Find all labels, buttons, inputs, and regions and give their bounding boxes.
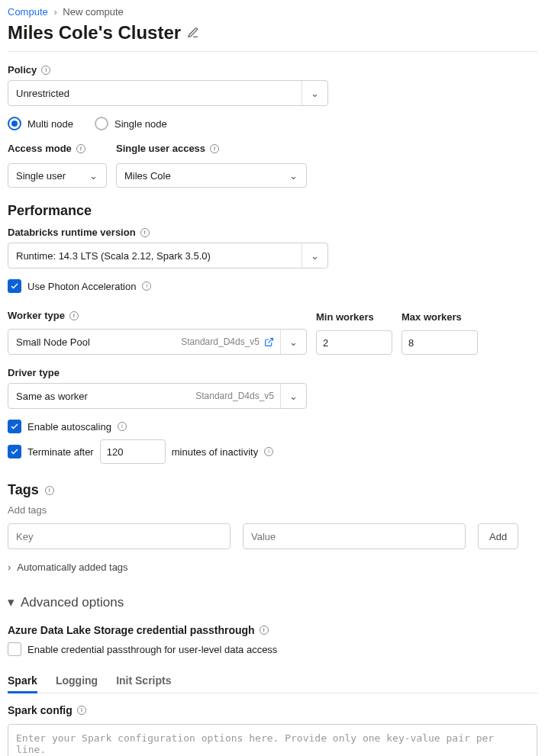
access-mode-value: Single user xyxy=(16,170,66,182)
tab-logging[interactable]: Logging xyxy=(56,668,98,693)
chevron-right-icon: › xyxy=(8,561,11,573)
driver-type-sku: Standard_D4ds_v5 xyxy=(195,391,279,401)
worker-type-name: Small Node Pool xyxy=(16,336,90,348)
info-icon[interactable]: i xyxy=(69,311,79,320)
radio-single-node[interactable]: Single node xyxy=(95,117,167,130)
page-title: Miles Cole's Cluster xyxy=(8,22,181,43)
terminate-suffix: minutes of inactivity xyxy=(172,446,258,458)
chevron-right-icon: › xyxy=(53,6,56,18)
tab-spark[interactable]: Spark xyxy=(8,668,37,693)
divider xyxy=(8,51,537,52)
runtime-label-text: Databricks runtime version xyxy=(8,227,136,238)
autoscale-label: Enable autoscaling xyxy=(27,421,111,433)
driver-type-label-text: Driver type xyxy=(8,367,60,378)
chevron-down-icon: ⌄ xyxy=(80,164,106,187)
worker-type-label: Worker type i xyxy=(8,310,307,321)
auto-tags-label: Automatically added tags xyxy=(17,561,127,573)
access-mode-label: Access mode i xyxy=(8,143,107,154)
svg-line-0 xyxy=(268,338,272,343)
edit-icon[interactable] xyxy=(187,27,199,39)
single-user-value: Miles Cole xyxy=(124,170,171,182)
worker-type-sku: Standard_D4ds_v5 xyxy=(181,336,279,347)
info-icon[interactable]: i xyxy=(140,228,150,237)
chevron-down-icon: ⌄ xyxy=(280,164,306,187)
breadcrumb: Compute › New compute xyxy=(8,6,537,18)
policy-select[interactable]: Unrestricted ⌄ xyxy=(8,80,328,106)
min-workers-input[interactable] xyxy=(316,330,392,355)
info-icon[interactable]: i xyxy=(142,281,151,291)
adls-passthrough-checkbox[interactable] xyxy=(8,642,21,656)
page-title-row: Miles Cole's Cluster xyxy=(8,22,537,43)
spark-config-label-text: Spark config xyxy=(8,704,73,716)
driver-type-name: Same as worker xyxy=(16,391,88,402)
adls-passthrough-label: Enable credential passthrough for user-l… xyxy=(27,644,277,655)
external-link-icon[interactable] xyxy=(264,337,274,347)
autoscale-checkbox[interactable] xyxy=(8,420,21,433)
driver-type-label: Driver type xyxy=(8,367,537,378)
runtime-version-label: Databricks runtime version i xyxy=(8,227,537,238)
info-icon[interactable]: i xyxy=(260,626,269,635)
tags-heading: Tags i xyxy=(8,482,537,498)
breadcrumb-root[interactable]: Compute xyxy=(8,6,48,18)
photon-checkbox[interactable] xyxy=(8,279,21,293)
policy-value: Unrestricted xyxy=(16,88,69,99)
driver-type-select[interactable]: Same as worker Standard_D4ds_v5 ⌄ xyxy=(8,383,307,409)
radio-icon xyxy=(95,117,108,130)
add-tag-button[interactable]: Add xyxy=(478,523,518,549)
chevron-down-icon: ▾ xyxy=(8,594,15,610)
info-icon[interactable]: i xyxy=(45,486,54,495)
radio-multi-label: Multi node xyxy=(27,118,73,130)
runtime-select[interactable]: Runtime: 14.3 LTS (Scala 2.12, Spark 3.5… xyxy=(8,243,328,269)
advanced-heading-text: Advanced options xyxy=(21,595,124,610)
info-icon[interactable]: i xyxy=(77,706,86,715)
breadcrumb-current: New compute xyxy=(63,6,123,18)
info-icon[interactable]: i xyxy=(118,422,127,431)
adls-heading-text: Azure Data Lake Storage credential passt… xyxy=(8,624,255,636)
spark-config-label: Spark config i xyxy=(8,704,537,716)
adls-heading: Azure Data Lake Storage credential passt… xyxy=(8,624,537,636)
chevron-down-icon: ⌄ xyxy=(280,330,306,354)
spark-config-textarea[interactable] xyxy=(8,724,537,756)
radio-icon xyxy=(8,117,21,130)
advanced-options-expander[interactable]: ▾ Advanced options xyxy=(8,594,537,610)
radio-multi-node[interactable]: Multi node xyxy=(8,117,73,130)
terminate-minutes-input[interactable] xyxy=(100,439,166,464)
worker-type-select[interactable]: Small Node Pool Standard_D4ds_v5 ⌄ xyxy=(8,329,307,355)
chevron-down-icon: ⌄ xyxy=(302,81,327,105)
performance-heading: Performance xyxy=(8,203,537,219)
terminate-checkbox[interactable] xyxy=(8,445,21,458)
info-icon[interactable]: i xyxy=(41,66,50,75)
add-tags-text: Add tags xyxy=(8,504,537,516)
policy-label: Policy i xyxy=(8,64,537,76)
node-mode-group: Multi node Single node xyxy=(8,117,537,130)
advanced-tabs: Spark Logging Init Scripts xyxy=(8,668,537,693)
terminate-label: Terminate after xyxy=(27,446,94,458)
single-user-label-text: Single user access xyxy=(116,143,205,154)
tag-value-input[interactable] xyxy=(243,523,466,549)
access-mode-select[interactable]: Single user ⌄ xyxy=(8,163,107,188)
chevron-down-icon: ⌄ xyxy=(302,243,327,268)
info-icon[interactable]: i xyxy=(264,447,273,456)
photon-label: Use Photon Acceleration xyxy=(27,281,136,292)
tab-init-scripts[interactable]: Init Scripts xyxy=(116,668,171,693)
worker-sku-text: Standard_D4ds_v5 xyxy=(181,336,260,347)
access-mode-label-text: Access mode xyxy=(8,143,72,154)
max-workers-input[interactable] xyxy=(401,330,478,355)
chevron-down-icon: ⌄ xyxy=(280,384,306,408)
single-user-label: Single user access i xyxy=(116,143,314,154)
info-icon[interactable]: i xyxy=(210,144,219,153)
worker-type-label-text: Worker type xyxy=(8,310,65,321)
info-icon[interactable]: i xyxy=(76,144,85,153)
max-workers-label: Max workers xyxy=(401,311,478,323)
tag-key-input[interactable] xyxy=(8,523,231,549)
radio-single-label: Single node xyxy=(114,118,167,130)
single-user-select[interactable]: Miles Cole ⌄ xyxy=(116,163,307,188)
min-workers-label: Min workers xyxy=(316,311,392,323)
runtime-value: Runtime: 14.3 LTS (Scala 2.12, Spark 3.5… xyxy=(16,250,211,262)
auto-tags-expander[interactable]: › Automatically added tags xyxy=(8,561,537,573)
tags-heading-text: Tags xyxy=(8,482,39,498)
policy-label-text: Policy xyxy=(8,64,37,76)
